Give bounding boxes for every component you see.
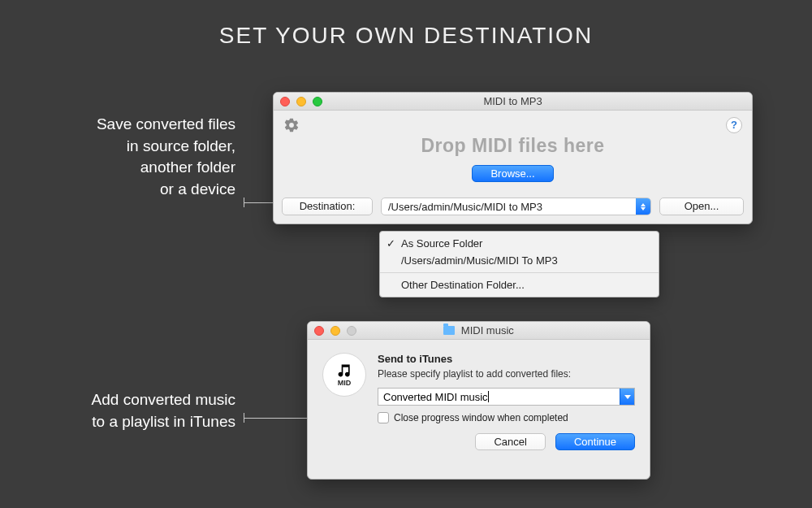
caption1-line4: or a device <box>0 179 235 201</box>
menu-item-label: Other Destination Folder... <box>401 279 525 291</box>
menu-item-label: /Users/admin/Music/MIDI To MP3 <box>401 254 558 267</box>
destination-path-popup[interactable]: /Users/admin/Music/MIDI to MP3 <box>381 198 651 215</box>
close-on-complete-checkbox[interactable] <box>378 412 389 423</box>
pointer-line-1 <box>244 202 273 203</box>
window2-title: MIDI music <box>461 324 514 336</box>
settings-button[interactable] <box>283 117 300 137</box>
window1-titlebar[interactable]: MIDI to MP3 <box>274 93 752 111</box>
browse-button[interactable]: Browse... <box>472 165 553 182</box>
help-icon: ? <box>731 119 737 131</box>
maximize-icon <box>347 326 356 336</box>
menu-item-label: As Source Folder <box>401 237 482 250</box>
chevron-down-icon <box>624 395 631 399</box>
combobox-arrow[interactable] <box>620 389 634 405</box>
maximize-icon[interactable] <box>313 97 322 106</box>
caption1-line2: in source folder, <box>0 136 235 158</box>
window-midi-to-mp3: MIDI to MP3 ? Drop MIDI files here Brows… <box>273 92 753 224</box>
menu-item-saved-path[interactable]: /Users/admin/Music/MIDI To MP3 <box>380 252 659 269</box>
destination-path-text: /Users/admin/Music/MIDI to MP3 <box>382 201 636 213</box>
pointer-line-2 <box>244 418 307 419</box>
menu-item-other-folder[interactable]: Other Destination Folder... <box>380 276 659 293</box>
continue-button[interactable]: Continue <box>555 433 635 450</box>
checkmark-icon: ✓ <box>387 237 395 250</box>
close-icon[interactable] <box>314 326 324 336</box>
caption2-line1: Add converted music <box>0 389 235 411</box>
minimize-icon[interactable] <box>330 326 340 336</box>
caption2-line2: to a playlist in iTunes <box>0 411 235 433</box>
minimize-icon[interactable] <box>296 97 306 106</box>
page-title: SET YOUR OWN DESTINATION <box>0 0 812 49</box>
help-button[interactable]: ? <box>726 117 742 133</box>
feature-caption-1: Save converted files in source folder, a… <box>0 114 235 200</box>
caption1-line3: another folder <box>0 157 235 179</box>
close-icon[interactable] <box>280 97 290 106</box>
drop-zone-title: Drop MIDI files here <box>274 135 752 157</box>
menu-item-as-source-folder[interactable]: ✓ As Source Folder <box>380 235 659 252</box>
caption1-line1: Save converted files <box>0 114 235 136</box>
mid-icon-label: MID <box>338 379 352 387</box>
destination-dropdown-menu: ✓ As Source Folder /Users/admin/Music/MI… <box>379 231 659 297</box>
feature-caption-2: Add converted music to a playlist in iTu… <box>0 389 235 432</box>
pointer-tick-2 <box>244 413 244 423</box>
checkbox-label: Close progress window when completed <box>394 412 568 423</box>
sheet-title: Send to iTunes <box>378 353 635 365</box>
folder-icon <box>443 326 455 335</box>
playlist-value: Converted MIDI music <box>383 391 488 403</box>
menu-separator <box>380 272 659 273</box>
window-midi-music: MIDI music MID Send to iTunes Please spe… <box>307 321 650 480</box>
window2-titlebar[interactable]: MIDI music <box>308 322 650 340</box>
popup-arrows-icon <box>636 198 650 215</box>
window1-title: MIDI to MP3 <box>483 95 542 107</box>
playlist-combobox[interactable]: Converted MIDI music <box>378 388 635 406</box>
destination-button[interactable]: Destination: <box>282 198 373 215</box>
open-button[interactable]: Open... <box>659 198 744 215</box>
cancel-button[interactable]: Cancel <box>475 433 545 450</box>
mid-file-icon: MID <box>322 353 366 397</box>
text-caret <box>488 391 489 402</box>
pointer-tick-1 <box>244 198 244 207</box>
playlist-input[interactable]: Converted MIDI music <box>378 391 620 403</box>
sheet-subtitle: Please specify playlist to add converted… <box>378 368 635 380</box>
music-note-icon <box>336 363 352 379</box>
gear-icon <box>283 117 300 133</box>
